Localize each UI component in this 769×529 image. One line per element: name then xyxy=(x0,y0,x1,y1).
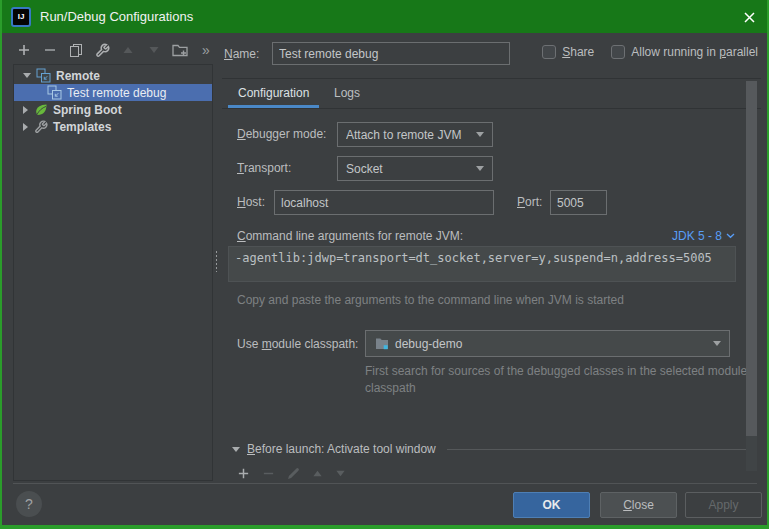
scrollbar-thumb[interactable] xyxy=(746,81,757,436)
move-up-icon[interactable] xyxy=(120,42,136,58)
checkbox-box-icon[interactable] xyxy=(542,45,556,59)
transport-label: Transport: xyxy=(237,161,291,175)
remove-icon[interactable] xyxy=(42,42,58,58)
tree-toolbar: » xyxy=(16,41,214,59)
checkbox-box-icon[interactable] xyxy=(611,45,625,59)
name-input[interactable] xyxy=(272,42,510,65)
header-checkboxes: Share Allow running in parallel xyxy=(542,45,758,59)
chevron-right-icon[interactable] xyxy=(23,106,28,114)
name-label: Name: xyxy=(224,47,259,61)
add-icon[interactable] xyxy=(16,42,32,58)
chevron-down-icon xyxy=(476,166,484,171)
module-icon xyxy=(374,336,389,351)
tab-configuration[interactable]: Configuration xyxy=(238,86,309,100)
debugger-mode-label: Debugger mode: xyxy=(237,127,326,141)
before-launch-label: Before launch: Activate tool window xyxy=(247,442,436,456)
cmdline-label: Command line arguments for remote JVM: xyxy=(237,229,463,243)
copy-icon[interactable] xyxy=(68,42,84,58)
share-label: Share xyxy=(562,45,594,59)
close-icon[interactable] xyxy=(741,9,757,25)
run-debug-configurations-dialog: IJ Run/Debug Configurations » Name: Shar… xyxy=(0,0,769,529)
module-classpath-hint: First search for sources of the debugged… xyxy=(365,363,761,397)
configuration-panel: Configuration Logs Debugger mode: Attach… xyxy=(222,78,761,481)
transport-select[interactable]: Socket xyxy=(337,156,493,181)
help-button[interactable]: ? xyxy=(16,491,42,517)
allow-parallel-checkbox[interactable]: Allow running in parallel xyxy=(611,45,758,59)
chevron-down-icon[interactable] xyxy=(232,447,240,452)
chevron-down-icon xyxy=(713,341,721,346)
more-actions-icon[interactable]: » xyxy=(198,42,214,58)
chevron-down-icon xyxy=(476,132,484,137)
chevron-right-icon[interactable] xyxy=(23,123,28,131)
footer-separator xyxy=(13,483,757,484)
tree-item-label: Remote xyxy=(56,69,100,83)
module-classpath-select[interactable]: debug-demo xyxy=(365,330,730,357)
tree-item-label: Spring Boot xyxy=(53,103,122,117)
section-rule xyxy=(447,449,751,450)
configurations-tree: Remote Test remote debug Spring Boot Tem… xyxy=(13,64,213,481)
share-checkbox[interactable]: Share xyxy=(542,45,594,59)
tree-item-label: Test remote debug xyxy=(67,86,166,100)
before-launch-toolbar xyxy=(237,467,346,481)
debugger-mode-select[interactable]: Attach to remote JVM xyxy=(337,122,493,147)
host-input[interactable] xyxy=(274,190,494,215)
spring-boot-icon xyxy=(33,102,48,117)
close-button[interactable]: Close xyxy=(600,492,677,518)
edit-wrench-icon[interactable] xyxy=(94,42,110,58)
tree-item-templates[interactable]: Templates xyxy=(14,118,212,135)
jdk-version-link[interactable]: JDK 5 - 8 xyxy=(672,229,735,243)
add-icon[interactable] xyxy=(237,467,250,481)
ok-button[interactable]: OK xyxy=(513,492,590,518)
panel-splitter-handle[interactable] xyxy=(215,250,219,272)
move-down-icon[interactable] xyxy=(146,42,162,58)
module-classpath-label: Use module classpath: xyxy=(237,337,358,351)
remote-config-icon xyxy=(47,85,62,100)
scrollbar[interactable] xyxy=(746,81,757,471)
remote-config-icon xyxy=(36,68,51,83)
before-launch-section[interactable]: Before launch: Activate tool window xyxy=(232,442,751,456)
port-input[interactable] xyxy=(550,190,607,215)
move-up-icon[interactable] xyxy=(312,468,323,481)
host-label: Host: xyxy=(237,195,265,209)
apply-button[interactable]: Apply xyxy=(685,492,762,518)
tree-item-label: Templates xyxy=(53,120,111,134)
tab-logs[interactable]: Logs xyxy=(334,86,360,100)
chevron-down-icon xyxy=(726,233,735,239)
remove-icon[interactable] xyxy=(262,467,275,481)
move-down-icon[interactable] xyxy=(335,468,346,481)
new-folder-icon[interactable] xyxy=(172,42,188,58)
cmdline-arguments-field[interactable]: -agentlib:jdwp=transport=dt_socket,serve… xyxy=(228,246,736,282)
titlebar: IJ Run/Debug Configurations xyxy=(2,0,767,33)
wrench-icon xyxy=(33,119,48,134)
port-label: Port: xyxy=(517,195,542,209)
chevron-down-icon[interactable] xyxy=(23,73,31,78)
tree-item-remote[interactable]: Remote xyxy=(14,67,212,84)
dialog-title: Run/Debug Configurations xyxy=(40,9,193,24)
tree-item-spring-boot[interactable]: Spring Boot xyxy=(14,101,212,118)
cmdline-hint: Copy and paste the arguments to the comm… xyxy=(237,292,624,309)
tree-item-test-remote-debug[interactable]: Test remote debug xyxy=(14,84,212,101)
allow-parallel-label: Allow running in parallel xyxy=(631,45,758,59)
tab-separator xyxy=(222,108,761,109)
edit-pencil-icon[interactable] xyxy=(287,467,300,481)
intellij-logo-icon: IJ xyxy=(11,7,31,27)
